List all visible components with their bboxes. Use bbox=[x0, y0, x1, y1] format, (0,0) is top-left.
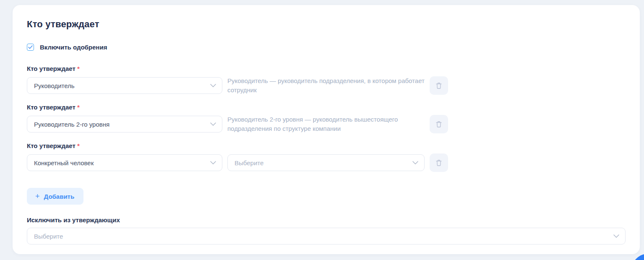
chevron-down-icon bbox=[210, 122, 216, 126]
approver-label: Кто утверждает * bbox=[27, 104, 626, 111]
approver-type-select[interactable]: Конкретный человек bbox=[27, 154, 222, 171]
chevron-down-icon bbox=[613, 234, 619, 238]
required-asterisk: * bbox=[77, 142, 80, 149]
delete-approver-button[interactable] bbox=[430, 76, 448, 95]
approval-settings-card: Кто утверждает Включить одобрения Кто ут… bbox=[13, 5, 640, 254]
delete-approver-button[interactable] bbox=[430, 115, 448, 133]
enable-approvals-label: Включить одобрения bbox=[40, 44, 107, 51]
exclude-label: Исключить из утверждающих bbox=[27, 216, 626, 224]
approver-hint: Руководитель 2-го уровня — руководитель … bbox=[227, 115, 425, 133]
person-select[interactable]: Выберите bbox=[227, 154, 425, 171]
delete-approver-button[interactable] bbox=[430, 153, 448, 172]
approver-label-text: Кто утверждает bbox=[27, 65, 76, 72]
floating-action-button[interactable] bbox=[631, 254, 644, 260]
approver-row-3: Кто утверждает * Конкретный человек Выбе… bbox=[27, 142, 626, 172]
approver-hint: Руководитель — руководитель подразделени… bbox=[227, 76, 425, 95]
approver-label: Кто утверждает * bbox=[27, 65, 626, 72]
approver-label-text: Кто утверждает bbox=[27, 142, 76, 149]
chevron-down-icon bbox=[412, 161, 418, 164]
trash-icon bbox=[435, 159, 442, 166]
enable-approvals-checkbox[interactable]: Включить одобрения bbox=[27, 44, 626, 51]
exclude-section: Исключить из утверждающих Выберите bbox=[27, 216, 626, 244]
approver-row-1: Кто утверждает * Руководитель Руководите… bbox=[27, 65, 626, 95]
approver-type-select[interactable]: Руководитель bbox=[27, 77, 222, 94]
approver-label-text: Кто утверждает bbox=[27, 104, 76, 111]
required-asterisk: * bbox=[77, 65, 80, 72]
approver-type-value: Конкретный человек bbox=[34, 159, 207, 166]
exclude-select-placeholder: Выберите bbox=[34, 233, 610, 240]
approver-type-value: Руководитель bbox=[34, 82, 207, 89]
approver-type-value: Руководитель 2-го уровня bbox=[34, 121, 207, 128]
exclude-select[interactable]: Выберите bbox=[27, 228, 626, 244]
approver-label: Кто утверждает * bbox=[27, 142, 626, 149]
plus-icon: + bbox=[35, 192, 40, 200]
trash-icon bbox=[435, 82, 442, 89]
checkbox-checked-icon[interactable] bbox=[27, 44, 34, 51]
page-title: Кто утверждает bbox=[27, 19, 626, 30]
approver-type-select[interactable]: Руководитель 2-го уровня bbox=[27, 116, 222, 133]
required-asterisk: * bbox=[77, 104, 80, 111]
chevron-down-icon bbox=[210, 161, 216, 164]
add-approver-label: Добавить bbox=[44, 193, 75, 200]
person-select-placeholder: Выберите bbox=[235, 159, 409, 166]
approver-row-2: Кто утверждает * Руководитель 2-го уровн… bbox=[27, 104, 626, 133]
chevron-down-icon bbox=[210, 84, 216, 87]
add-approver-button[interactable]: + Добавить bbox=[27, 188, 83, 205]
trash-icon bbox=[435, 121, 442, 128]
